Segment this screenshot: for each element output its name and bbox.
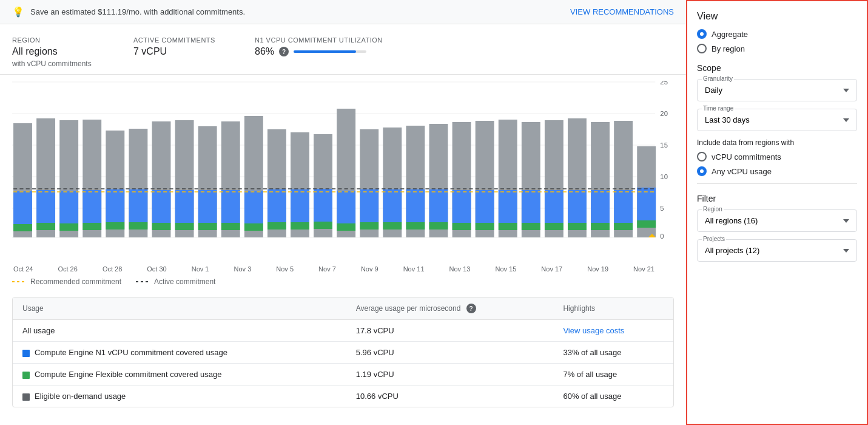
region-stat: Region All regions with vCPU commitments bbox=[12, 36, 109, 68]
include-radio-group: vCPU commitments Any vCPU usage bbox=[697, 152, 857, 176]
usage-label-cell: Eligible on-demand usage bbox=[13, 386, 346, 407]
svg-rect-43 bbox=[244, 223, 263, 231]
x-label-0: Oct 24 bbox=[13, 265, 33, 273]
svg-rect-92 bbox=[614, 190, 633, 223]
time-range-select[interactable]: Last 7 days Last 14 days Last 30 days La… bbox=[697, 109, 857, 131]
svg-rect-89 bbox=[591, 190, 610, 223]
svg-rect-23 bbox=[82, 190, 101, 223]
svg-rect-73 bbox=[476, 223, 494, 230]
x-label-13: Nov 19 bbox=[587, 265, 608, 273]
svg-rect-14 bbox=[13, 191, 32, 224]
filter-title: Filter bbox=[697, 194, 857, 203]
include-any-radio[interactable] bbox=[697, 166, 707, 176]
svg-rect-94 bbox=[637, 220, 656, 228]
include-vcpu-radio[interactable] bbox=[697, 152, 707, 162]
x-label-8: Nov 9 bbox=[361, 265, 378, 273]
usage-label-cell: Compute Engine Flexible commitment cover… bbox=[13, 364, 346, 386]
view-usage-costs-link[interactable]: View usage costs bbox=[563, 326, 624, 335]
usage-highlight-cell: 33% of all usage bbox=[553, 342, 673, 364]
usage-highlight-cell: 7% of all usage bbox=[553, 364, 673, 386]
svg-rect-76 bbox=[499, 223, 517, 230]
svg-rect-74 bbox=[476, 190, 494, 223]
x-label-1: Oct 26 bbox=[58, 265, 77, 273]
svg-rect-95 bbox=[637, 188, 656, 220]
time-range-field: Time range Last 7 days Last 14 days Last… bbox=[697, 109, 857, 131]
x-label-3: Oct 30 bbox=[147, 265, 166, 273]
svg-rect-34 bbox=[175, 223, 194, 230]
table-header-row: Usage Average usage per microsecond ? Hi… bbox=[13, 298, 673, 320]
utilization-value: 86% bbox=[255, 46, 274, 57]
region-sub: with vCPU commitments bbox=[12, 59, 109, 68]
svg-rect-86 bbox=[568, 190, 587, 223]
svg-rect-28 bbox=[129, 222, 147, 229]
projects-filter-select[interactable]: All projects (12) bbox=[697, 239, 857, 262]
col-average: Average usage per microsecond ? bbox=[346, 298, 554, 320]
main-content: 💡 Save an estimated $111.19/mo. with add… bbox=[0, 0, 686, 425]
x-label-9: Nov 11 bbox=[403, 265, 425, 273]
commitments-label: Active commitments bbox=[133, 36, 230, 44]
usage-label-cell: All usage bbox=[13, 320, 346, 342]
projects-filter-field: Projects All projects (12) bbox=[697, 239, 857, 262]
granularity-select[interactable]: Daily Hourly Weekly Monthly bbox=[697, 79, 857, 101]
svg-text:5: 5 bbox=[660, 205, 664, 212]
granularity-field: Granularity Daily Hourly Weekly Monthly bbox=[697, 79, 857, 101]
commitments-value: 7 vCPU bbox=[133, 46, 230, 57]
include-label: Include data from regions with bbox=[697, 138, 857, 147]
x-label-4: Nov 1 bbox=[192, 265, 209, 273]
lightbulb-icon: 💡 bbox=[12, 6, 24, 18]
include-any-vcpu[interactable]: Any vCPU usage bbox=[697, 166, 857, 176]
table-row: All usage17.8 vCPUView usage costs bbox=[13, 320, 673, 342]
x-label-12: Nov 17 bbox=[541, 265, 562, 273]
svg-rect-19 bbox=[59, 223, 78, 231]
svg-rect-31 bbox=[152, 223, 171, 230]
x-label-10: Nov 13 bbox=[449, 265, 471, 273]
svg-rect-13 bbox=[13, 224, 32, 231]
region-label: Region bbox=[12, 36, 109, 44]
usage-color-dot bbox=[22, 350, 30, 357]
svg-rect-50 bbox=[291, 189, 309, 222]
svg-rect-91 bbox=[614, 223, 633, 230]
view-by-region-radio[interactable] bbox=[697, 44, 707, 53]
svg-rect-40 bbox=[221, 223, 240, 230]
svg-text:20: 20 bbox=[660, 110, 668, 117]
utilization-bar bbox=[294, 50, 366, 53]
utilization-display: 86% ? bbox=[255, 46, 383, 57]
svg-rect-82 bbox=[545, 223, 564, 230]
svg-rect-17 bbox=[36, 190, 55, 223]
svg-rect-62 bbox=[383, 189, 402, 222]
legend-recommended-label: Recommended commitment bbox=[30, 277, 121, 286]
svg-rect-68 bbox=[429, 189, 448, 222]
view-option-aggregate[interactable]: Aggregate bbox=[697, 29, 857, 39]
svg-text:15: 15 bbox=[660, 141, 668, 149]
projects-filter-label: Projects bbox=[702, 236, 726, 242]
svg-rect-79 bbox=[522, 223, 540, 230]
stats-row: Region All regions with vCPU commitments… bbox=[0, 24, 686, 75]
view-option-by-region[interactable]: By region bbox=[697, 44, 857, 53]
view-aggregate-radio[interactable] bbox=[697, 29, 707, 39]
right-panel: View Aggregate By region Scope Granulari… bbox=[686, 0, 868, 425]
utilization-stat: N1 vCPU commitment utilization 86% ? bbox=[255, 36, 383, 68]
view-recommendations-link[interactable]: VIEW RECOMMENDATIONS bbox=[570, 7, 674, 16]
chart-x-axis: Oct 24 Oct 26 Oct 28 Oct 30 Nov 1 Nov 3 … bbox=[12, 263, 674, 273]
svg-rect-25 bbox=[106, 222, 124, 229]
region-filter-field: Region All regions (16) bbox=[697, 209, 857, 232]
banner-text: Save an estimated $111.19/mo. with addit… bbox=[30, 7, 245, 16]
svg-rect-49 bbox=[291, 222, 309, 229]
x-label-7: Nov 7 bbox=[318, 265, 336, 273]
table-row: Eligible on-demand usage10.66 vCPU60% of… bbox=[13, 386, 673, 407]
svg-rect-46 bbox=[267, 222, 286, 229]
commitments-stat: Active commitments 7 vCPU bbox=[133, 36, 230, 68]
svg-rect-26 bbox=[106, 189, 124, 222]
view-radio-group: Aggregate By region bbox=[697, 29, 857, 53]
banner-left: 💡 Save an estimated $111.19/mo. with add… bbox=[12, 6, 245, 18]
include-vcpu-commitments[interactable]: vCPU commitments bbox=[697, 152, 857, 162]
region-filter-select[interactable]: All regions (16) bbox=[697, 209, 857, 232]
average-help-icon[interactable]: ? bbox=[466, 304, 476, 313]
chart-container: 25 20 15 10 5 0 bbox=[0, 75, 686, 291]
svg-rect-32 bbox=[152, 190, 171, 223]
view-aggregate-label: Aggregate bbox=[712, 30, 748, 39]
svg-rect-59 bbox=[360, 189, 378, 222]
utilization-help-icon[interactable]: ? bbox=[279, 47, 289, 56]
usage-average-cell: 17.8 vCPU bbox=[346, 320, 554, 342]
svg-rect-61 bbox=[383, 222, 402, 229]
